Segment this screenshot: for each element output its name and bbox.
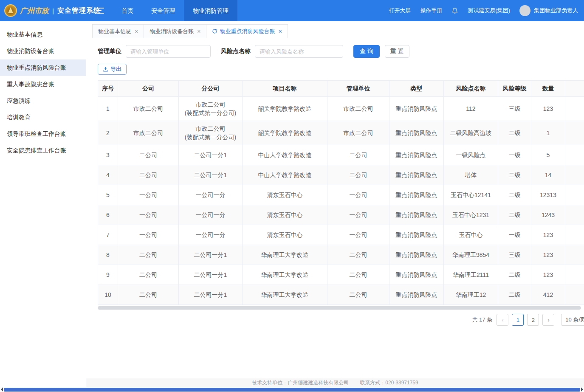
table-cell: 市政二公司 [118,97,179,121]
app: 广州市政 | 安全管理系统 首页 安全管理 物业消防管理 打开大屏 操作手册 测… [0,0,584,392]
table-header-cell: 分公司 [179,81,243,97]
tab-fire-risk[interactable]: 物业重点消防风险台账 × [206,24,288,38]
risk-name-input[interactable] [255,45,343,58]
table-cell: 华南理工2111 [444,265,498,285]
manual-link[interactable]: 操作手册 [420,7,442,14]
table-cell-cut [565,185,584,205]
table-cell: 华南理工大学改造 [243,265,327,285]
table-cell: 12313 [531,185,565,205]
table-cell: 123 [531,97,565,121]
table-cell: 二公司一分1 [179,245,243,265]
reset-button[interactable]: 重 置 [385,45,409,58]
table-cell: 二公司 [118,285,179,305]
sidebar-item[interactable]: 领导带班检查工作台账 [0,126,86,142]
user-name: 集团物业部负责人 [534,7,578,14]
table-header-row: 序号公司分公司项目名称管理单位类型风险点名称风险等级数量 [98,81,584,97]
table-hscrollbar[interactable] [98,306,581,310]
table-cell: 一级风险点 [444,145,498,165]
refresh-icon[interactable] [212,28,217,34]
sidebar-item[interactable]: 物业消防设备台账 [0,43,86,59]
search-button[interactable]: 查 询 [353,45,380,58]
table-cell: 二公司一分1 [179,165,243,185]
tab-property-info[interactable]: 物业基本信息 × [92,24,144,38]
collapse-menu-icon[interactable] [96,8,104,14]
table-cell: 123 [531,225,565,245]
nav-item-home[interactable]: 首页 [113,0,142,21]
table-cell: 重点消防风险点 [389,185,444,205]
table-row: 5一公司一公司一分清东玉石中心一公司重点消防风险点玉石中心12141二级1231… [98,185,584,205]
pagination-page-2[interactable]: 2 [527,314,539,326]
open-bigscreen-link[interactable]: 打开大屏 [389,7,411,14]
risk-filter-label: 风险点名称 [221,48,251,55]
table-cell: 二公司 [118,165,179,185]
page-size-label: 10 条/页 [565,316,584,324]
scrollbar-left-arrow-icon[interactable] [1,387,3,392]
table-header-cell: 管理单位 [327,81,389,97]
org-name[interactable]: 测试建安易(集团) [468,7,510,14]
close-icon[interactable]: × [135,28,138,34]
table-cell: 二公司 [327,285,389,305]
hscrollbar-thumb[interactable] [98,306,581,310]
sidebar-item[interactable]: 应急演练 [0,93,86,109]
toolbar: 导出 [98,64,584,75]
table-cell: 华南理工大学改造 [243,245,327,265]
user-menu[interactable]: 集团物业部负责人 [519,5,578,16]
table-cell-cut [565,285,584,305]
table-cell: 重点消防风险点 [389,225,444,245]
table-cell: 123 [531,265,565,285]
topbar-right: 打开大屏 操作手册 测试建安易(集团) 集团物业部负责人 [389,5,584,16]
table-cell: 8 [98,245,118,265]
brand: 广州市政 | 安全管理系统 [0,4,86,17]
page-size-select[interactable]: 10 条/页 [561,314,584,326]
table-cell: 重点消防风险点 [389,285,444,305]
nav-item-property-fire-management[interactable]: 物业消防管理 [184,0,237,21]
table-cell: 一公司 [118,205,179,225]
nav-item-safety-management[interactable]: 安全管理 [142,0,184,21]
page-hscrollbar-thumb[interactable] [4,388,580,392]
content: 物业基本信息 × 物业消防设备台账 × 物业重点消防风险台账 × [86,21,584,387]
brand-divider: | [52,7,54,14]
table-cell: 一公司 [327,185,389,205]
topbar: 广州市政 | 安全管理系统 首页 安全管理 物业消防管理 打开大屏 操作手册 测… [0,0,584,21]
table-header-cell: 风险点名称 [444,81,498,97]
app-title: 安全管理系统 [57,6,101,15]
sidebar-item[interactable]: 物业重点消防风险台账 [0,59,86,76]
unit-filter-label: 管理单位 [98,48,121,55]
close-icon[interactable]: × [278,28,282,34]
table-cell: 华南理工9854 [444,245,498,265]
bell-icon[interactable] [451,7,458,14]
table-row: 2市政二公司市政二公司 (装配式第一分公司)韶关学院教学路改造市政二公司重点消防… [98,121,584,145]
brand-logo-text: 广州市政 [20,6,49,16]
table-cell: 韶关学院教学路改造 [243,97,327,121]
footer-support-text: 技术支持单位：广州德建建造科技有限公司 [252,379,349,386]
page-hscrollbar[interactable] [0,387,584,392]
table-cell: 重点消防风险点 [389,97,444,121]
sidebar-item[interactable]: 物业基本信息 [0,26,86,43]
pagination-prev-button[interactable]: ‹ [497,314,508,326]
close-icon[interactable]: × [197,28,200,34]
table-cell: 一公司一分 [179,205,243,225]
table-cell: 华南理工大学改造 [243,285,327,305]
pagination-page-1[interactable]: 1 [512,314,524,326]
tab-fire-equipment[interactable]: 物业消防设备台账 × [144,24,206,38]
table-cell: 一级 [498,225,531,245]
export-icon [103,67,108,72]
sidebar-item[interactable]: 安全隐患排查工作台账 [0,142,86,159]
table-cell: 重点消防风险点 [389,205,444,225]
table-cell-cut [565,225,584,245]
table-cell: 市政二公司 [327,121,389,145]
table-row: 4二公司二公司一分1中山大学教学路改造二公司重点消防风险点塔体二级14 [98,165,584,185]
scrollbar-right-arrow-icon[interactable] [581,387,583,392]
table-cell: 二公司 [327,145,389,165]
unit-input[interactable] [126,45,211,58]
sidebar-item[interactable]: 重大事故隐患台账 [0,76,86,93]
table-cell: 一公司 [327,205,389,225]
export-button[interactable]: 导出 [98,64,127,75]
table-cell: 韶关学院教学路改造 [243,121,327,145]
tab-label: 物业重点消防风险台账 [220,28,275,35]
table-cell: 清东玉石中心 [243,225,327,245]
table-cell: 一公司 [118,185,179,205]
sidebar-item[interactable]: 培训教育 [0,109,86,126]
pagination-next-button[interactable]: › [542,314,554,326]
main-area: 物业基本信息 物业消防设备台账 物业重点消防风险台账 重大事故隐患台账 应急演练… [0,21,584,387]
